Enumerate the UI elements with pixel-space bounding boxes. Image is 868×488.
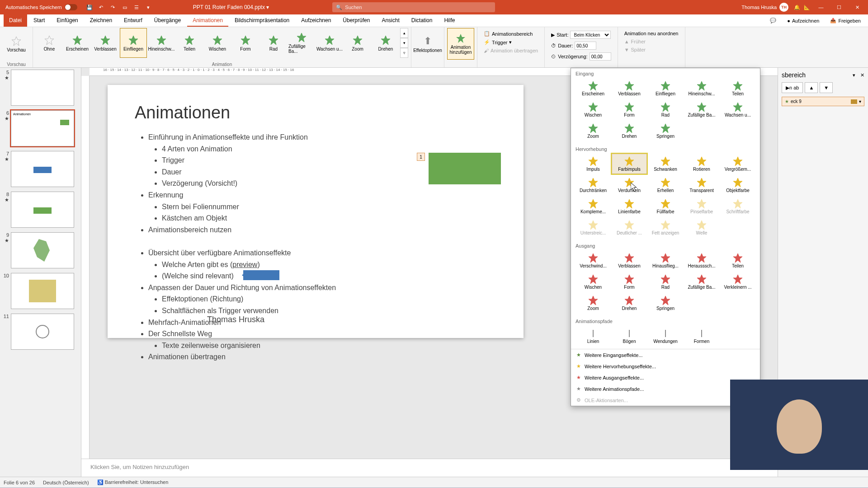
anim-effect-item[interactable]: Pinselfarbe: [684, 196, 719, 216]
gallery-item[interactable]: Wachsen u...: [316, 28, 343, 58]
accessibility-checker[interactable]: ♿ Barrierefreiheit: Untersuchen: [97, 479, 169, 485]
move-down-button[interactable]: ▼: [820, 82, 833, 93]
anim-effect-item[interactable]: Unterstreic...: [576, 217, 611, 238]
chevron-down-icon[interactable]: ▾: [853, 72, 855, 78]
anim-pane-button[interactable]: 📋 Animationsbereich: [482, 30, 540, 38]
gallery-expand-icon[interactable]: ▿: [400, 48, 408, 58]
anim-effect-item[interactable]: Transparent: [684, 175, 719, 195]
delay-input[interactable]: [590, 52, 611, 61]
save-icon[interactable]: 💾: [85, 2, 94, 12]
gallery-item[interactable]: Wischen: [204, 28, 231, 58]
start-field[interactable]: ▶ Start: Beim Klicken: [549, 30, 613, 40]
gallery-item[interactable]: Hineinschw...: [148, 28, 175, 58]
touch-icon[interactable]: ☰: [132, 2, 142, 12]
anim-effect-item[interactable]: Farbimpuls: [612, 154, 647, 174]
gallery-item[interactable]: Zufällige Ba...: [288, 28, 315, 58]
anim-effect-item[interactable]: Hinausflieg...: [648, 250, 683, 271]
anim-effect-item[interactable]: Fett anzeigen: [648, 217, 683, 238]
tab-dictation[interactable]: Dictation: [406, 14, 438, 27]
notifications-icon[interactable]: 🔔: [792, 2, 802, 12]
anim-effect-item[interactable]: Form: [612, 99, 647, 120]
gallery-item[interactable]: Teilen: [176, 28, 203, 58]
slide-thumb[interactable]: 9★: [2, 232, 79, 268]
duration-input[interactable]: [575, 42, 596, 50]
anim-effect-item[interactable]: Rad: [648, 272, 683, 292]
chevron-down-icon[interactable]: ▾: [859, 99, 861, 104]
anim-effect-item[interactable]: Vergrößern...: [720, 154, 755, 174]
slide-canvas[interactable]: Animationen Einführung in Animationseffe…: [108, 85, 524, 338]
gallery-up-icon[interactable]: ▴: [400, 28, 408, 38]
preview-button[interactable]: Vorschau: [3, 28, 30, 60]
anim-effect-item[interactable]: Zoom: [576, 121, 611, 141]
anim-effect-item[interactable]: Wachsen u...: [720, 99, 755, 120]
redo-icon[interactable]: ↷: [108, 2, 118, 12]
tab-start[interactable]: Start: [28, 14, 50, 27]
anim-effect-item[interactable]: Linien: [576, 326, 611, 346]
close-icon[interactable]: ✕: [860, 72, 864, 78]
maximize-button[interactable]: ☐: [830, 0, 848, 14]
anim-effect-item[interactable]: Zufällige Ba...: [684, 272, 719, 292]
gallery-item[interactable]: Einfliegen: [120, 28, 147, 58]
anim-effect-item[interactable]: Verdunkeln: [612, 175, 647, 195]
tab-einfuegen[interactable]: Einfügen: [51, 14, 83, 27]
anim-effect-item[interactable]: Formen: [684, 326, 719, 346]
anim-effect-item[interactable]: Drehen: [612, 121, 647, 141]
anim-effect-item[interactable]: Kompleme...: [576, 196, 611, 216]
anim-effect-item[interactable]: Wendungen: [648, 326, 683, 346]
green-rectangle[interactable]: [429, 153, 501, 184]
tab-uebergaenge[interactable]: Übergänge: [149, 14, 186, 27]
duration-field[interactable]: ⏱ Dauer:: [549, 41, 613, 51]
anim-effect-item[interactable]: Schwanken: [648, 154, 683, 174]
delay-field[interactable]: ⏲ Verzögerung:: [549, 52, 613, 61]
tab-hilfe[interactable]: Hilfe: [439, 14, 460, 27]
tab-aufzeichnen[interactable]: Aufzeichnen: [296, 14, 336, 27]
ribbon-display-icon[interactable]: 📐: [802, 2, 812, 12]
slide-thumb[interactable]: 7★: [2, 151, 79, 187]
tab-bildschirm[interactable]: Bildschirmpräsentation: [229, 14, 295, 27]
anim-effect-item[interactable]: Linienfarbe: [612, 196, 647, 216]
share-button[interactable]: 📤 Freigeben: [826, 16, 864, 25]
copy-anim-button[interactable]: 🖌 Animation übertragen: [482, 47, 540, 54]
undo-icon[interactable]: ↶: [96, 2, 106, 12]
blue-arrow-shape[interactable]: [243, 270, 279, 280]
gallery-item[interactable]: Zoom: [344, 28, 371, 58]
add-animation-button[interactable]: Animation hinzufügen: [447, 28, 474, 60]
anim-effect-item[interactable]: Herausssch...: [684, 250, 719, 271]
anim-effect-item[interactable]: Verschwind...: [576, 250, 611, 271]
anim-effect-item[interactable]: Deutlicher ...: [612, 217, 647, 238]
slides-panel[interactable]: 5★6★Animationen7★8★9★1011: [0, 68, 81, 477]
anim-effect-item[interactable]: Rotieren: [684, 154, 719, 174]
anim-effect-item[interactable]: Wischen: [576, 272, 611, 292]
anim-effect-item[interactable]: Verblassen: [612, 250, 647, 271]
anim-effect-item[interactable]: Teilen: [720, 78, 755, 99]
anim-effect-item[interactable]: Springen: [648, 293, 683, 313]
more-emphasis[interactable]: ★Weitere Hervorhebungseffekte...: [571, 361, 760, 372]
animation-tag[interactable]: 1: [417, 153, 425, 161]
present-icon[interactable]: ▭: [120, 2, 130, 12]
anim-effect-item[interactable]: Verkleinern ...: [720, 272, 755, 292]
slide-counter[interactable]: Folie 6 von 26: [4, 480, 35, 485]
tab-file[interactable]: Datei: [4, 14, 27, 27]
move-earlier-button[interactable]: ▲ Früher: [623, 38, 680, 45]
gallery-item[interactable]: Drehen: [372, 28, 399, 58]
start-select[interactable]: Beim Klicken: [570, 31, 611, 39]
notes-area[interactable]: Klicken Sie, um Notizen hinzuzufügen: [81, 459, 778, 477]
slide-title[interactable]: Animationen: [135, 103, 496, 122]
play-from-button[interactable]: ▶ n ab: [782, 82, 803, 93]
slide-thumb[interactable]: 6★Animationen: [2, 110, 79, 146]
tab-ueberpruefen[interactable]: Überprüfen: [337, 14, 375, 27]
close-button[interactable]: ✕: [848, 0, 866, 14]
anim-effect-item[interactable]: Hineinschw...: [684, 78, 719, 99]
anim-effect-item[interactable]: Welle: [684, 217, 719, 238]
anim-effect-item[interactable]: Verblassen: [612, 78, 647, 99]
qat-dropdown-icon[interactable]: ▾: [143, 2, 153, 12]
language-indicator[interactable]: Deutsch (Österreich): [43, 480, 89, 485]
move-up-button[interactable]: ▲: [805, 82, 818, 93]
anim-effect-item[interactable]: Erhellen: [648, 175, 683, 195]
tab-ansicht[interactable]: Ansicht: [376, 14, 405, 27]
anim-effect-item[interactable]: Form: [612, 272, 647, 292]
anim-effect-item[interactable]: Springen: [648, 121, 683, 141]
filename[interactable]: PPT 01 Roter Faden 004.pptx ▾: [193, 4, 269, 10]
anim-effect-item[interactable]: Teilen: [720, 250, 755, 271]
search-box[interactable]: 🔍 Suchen: [332, 2, 495, 12]
